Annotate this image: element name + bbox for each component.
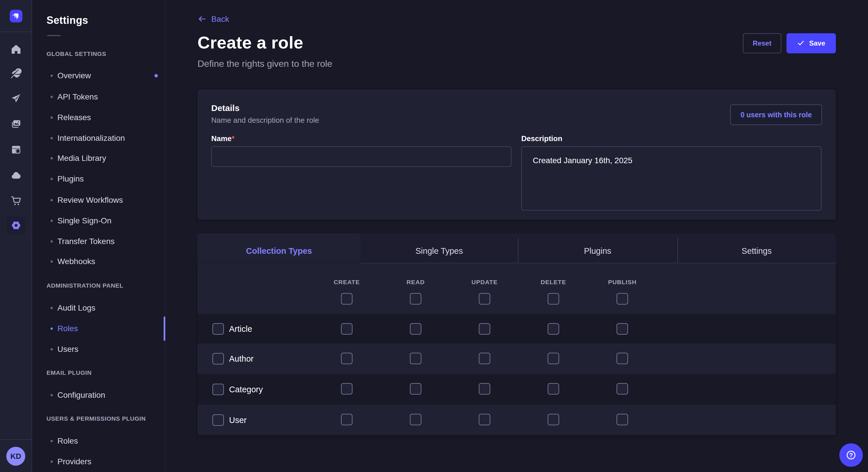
svg-text:?: ? [849, 452, 853, 459]
